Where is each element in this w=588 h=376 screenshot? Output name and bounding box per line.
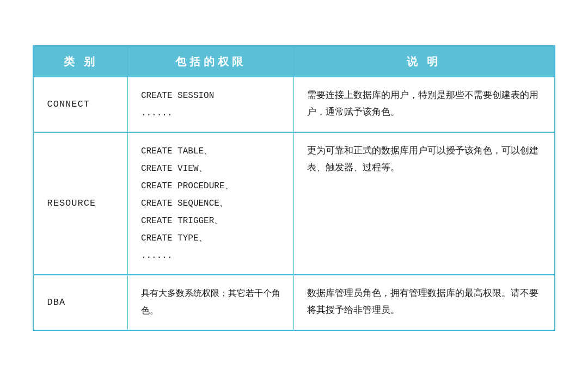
table-row: RESOURCECREATE TABLE、CREATE VIEW、CREATE … xyxy=(34,132,554,275)
privileges-table: 类 别 包括的权限 说 明 CONNECTCREATE SESSION.....… xyxy=(34,46,554,330)
cell-description-2: 数据库管理员角色，拥有管理数据库的最高权限。请不要将其授予给非管理员。 xyxy=(294,275,554,330)
main-table-wrapper: 类 别 包括的权限 说 明 CONNECTCREATE SESSION.....… xyxy=(33,45,555,331)
header-category: 类 别 xyxy=(34,47,128,77)
cell-description-0: 需要连接上数据库的用户，特别是那些不需要创建表的用户，通常赋予该角色。 xyxy=(294,77,554,133)
cell-category-1: RESOURCE xyxy=(34,132,128,275)
header-permissions: 包括的权限 xyxy=(127,47,294,77)
cell-category-0: CONNECT xyxy=(34,77,128,133)
cell-permissions-1: CREATE TABLE、CREATE VIEW、CREATE PROCEDUR… xyxy=(127,132,294,275)
cell-permissions-2: 具有大多数系统权限；其它若干个角色。 xyxy=(127,275,294,330)
table-row: DBA具有大多数系统权限；其它若干个角色。数据库管理员角色，拥有管理数据库的最高… xyxy=(34,275,554,330)
header-description: 说 明 xyxy=(294,47,554,77)
table-header-row: 类 别 包括的权限 说 明 xyxy=(34,47,554,77)
cell-description-1: 更为可靠和正式的数据库用户可以授予该角色，可以创建表、触发器、过程等。 xyxy=(294,132,554,275)
cell-category-2: DBA xyxy=(34,275,128,330)
cell-permissions-0: CREATE SESSION...... xyxy=(127,77,294,133)
table-row: CONNECTCREATE SESSION......需要连接上数据库的用户，特… xyxy=(34,77,554,133)
